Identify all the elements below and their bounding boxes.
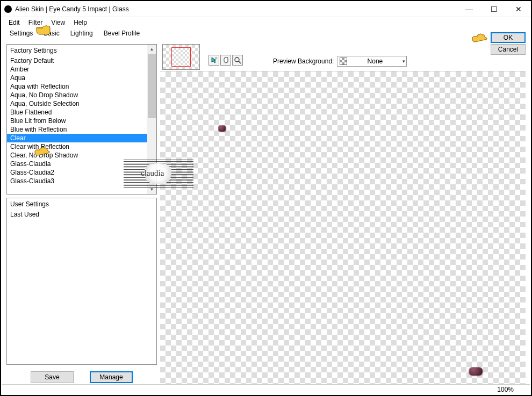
- preview-bg-dropdown[interactable]: None ▾: [337, 56, 407, 67]
- preview-artwork: [469, 367, 483, 376]
- user-settings-header: User Settings: [7, 198, 156, 210]
- list-item[interactable]: Blue Flattened: [7, 108, 156, 117]
- close-button[interactable]: ✕: [506, 2, 531, 17]
- list-item[interactable]: Blue Lit from Below: [7, 117, 156, 125]
- statusbar: 100%: [2, 384, 530, 394]
- menu-edit[interactable]: Edit: [4, 18, 24, 27]
- zoom-tool-icon[interactable]: [232, 55, 243, 66]
- list-item[interactable]: Aqua: [7, 74, 156, 82]
- list-item[interactable]: Aqua, Outside Selection: [7, 99, 156, 108]
- settings-panel: Factory Settings Factory DefaultAmberAqu…: [6, 44, 157, 384]
- preview-panel: OK Cancel Preview Bac: [160, 44, 526, 384]
- list-item[interactable]: Clear with Reflection: [7, 142, 156, 151]
- list-item[interactable]: Glass-Claudia2: [7, 168, 156, 177]
- tab-bevel-profile[interactable]: Bevel Profile: [98, 28, 145, 38]
- minimize-button[interactable]: —: [457, 2, 481, 17]
- tabbar: Settings Basic Lighting Bevel Profile: [1, 28, 531, 39]
- app-icon: [4, 5, 12, 13]
- list-item[interactable]: Last Used: [7, 210, 156, 219]
- pointer-tool-icon[interactable]: [209, 55, 219, 66]
- maximize-button[interactable]: ☐: [481, 2, 506, 17]
- scroll-thumb[interactable]: [148, 54, 156, 118]
- svg-point-0: [215, 57, 217, 59]
- preview-toolbar: Preview Background: None ▾: [160, 44, 526, 70]
- menu-help[interactable]: Help: [69, 18, 91, 27]
- preview-artwork: [218, 125, 226, 132]
- menu-filter[interactable]: Filter: [24, 18, 47, 27]
- chevron-down-icon: ▾: [402, 59, 405, 64]
- zoom-level: 100%: [497, 386, 514, 393]
- svg-line-2: [239, 61, 241, 63]
- preview-bg-label: Preview Background:: [273, 57, 334, 65]
- menu-view[interactable]: View: [47, 18, 69, 27]
- list-item[interactable]: Factory Default: [7, 56, 156, 65]
- window-controls: — ☐ ✕: [457, 2, 531, 17]
- list-item[interactable]: Blue with Reflection: [7, 125, 156, 134]
- tab-settings[interactable]: Settings: [4, 28, 38, 38]
- ok-button[interactable]: OK: [491, 32, 526, 43]
- list-item[interactable]: Glass-Claudia: [7, 160, 156, 168]
- transparency-swatch-icon: [340, 57, 347, 65]
- tab-lighting[interactable]: Lighting: [65, 28, 98, 38]
- factory-settings-list[interactable]: Factory Settings Factory DefaultAmberAqu…: [6, 44, 157, 195]
- list-item[interactable]: Aqua with Reflection: [7, 82, 156, 91]
- list-item[interactable]: Clear: [7, 134, 156, 142]
- menubar: Edit Filter View Help: [1, 17, 531, 28]
- list-item[interactable]: Aqua, No Drop Shadow: [7, 91, 156, 99]
- save-button[interactable]: Save: [31, 371, 74, 383]
- navigator-rect[interactable]: [171, 47, 191, 67]
- preview-canvas[interactable]: [160, 71, 526, 384]
- list-item[interactable]: Clear, No Drop Shadow: [7, 151, 156, 160]
- window-title: Alien Skin | Eye Candy 5 Impact | Glass: [15, 5, 129, 13]
- navigator-thumbnail[interactable]: [162, 44, 200, 70]
- user-settings-list[interactable]: User Settings Last Used: [6, 198, 157, 365]
- titlebar: Alien Skin | Eye Candy 5 Impact | Glass …: [1, 1, 531, 17]
- scrollbar[interactable]: ▲ ▼: [147, 45, 156, 194]
- list-item[interactable]: Glass-Claudia3: [7, 177, 156, 185]
- list-item[interactable]: Amber: [7, 65, 156, 74]
- hand-tool-icon[interactable]: [220, 55, 231, 66]
- factory-settings-header: Factory Settings: [7, 45, 156, 56]
- preview-bg-value: None: [368, 57, 383, 65]
- svg-point-1: [235, 57, 239, 62]
- scroll-down-icon[interactable]: ▼: [147, 185, 156, 194]
- manage-button[interactable]: Manage: [90, 371, 133, 383]
- tab-basic[interactable]: Basic: [38, 28, 64, 38]
- scroll-up-icon[interactable]: ▲: [147, 45, 156, 54]
